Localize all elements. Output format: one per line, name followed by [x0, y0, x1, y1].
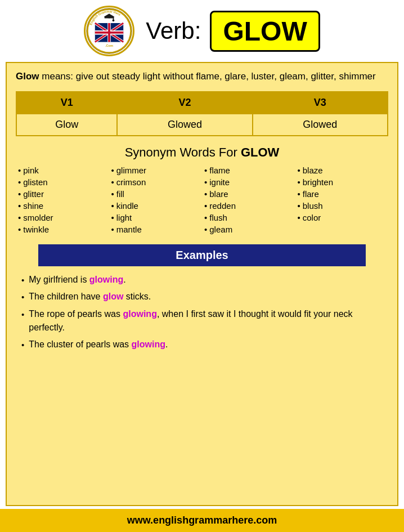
- list-item: •redden: [204, 201, 293, 211]
- synonym-title-plain: Synonym Words For: [125, 145, 241, 159]
- list-item: •gleam: [204, 225, 293, 234]
- v3-value: Glowed: [253, 114, 388, 136]
- example-text-1: My girlfriend is glowing.: [29, 273, 125, 287]
- verb-word: GLOW: [223, 16, 307, 46]
- list-item: •flare: [298, 189, 387, 199]
- v1-value: Glow: [16, 114, 117, 136]
- list-item: •glitter: [18, 189, 107, 199]
- list-item: •shine: [18, 201, 107, 211]
- svg-rect-10: [108, 23, 110, 42]
- list-item: •ignite: [204, 177, 293, 187]
- synonym-header: Synonym Words For GLOW: [16, 145, 388, 160]
- list-item: •brighten: [298, 177, 387, 187]
- svg-text:.Com: .Com: [105, 44, 113, 47]
- main-content: Glow means: give out steady light withou…: [6, 62, 398, 506]
- verb-forms-table: V1 V2 V3 Glow Glowed Glowed: [16, 91, 388, 136]
- bullet-icon: •: [21, 309, 24, 321]
- list-item: •kindle: [111, 201, 200, 211]
- footer: www.englishgrammarhere.com: [0, 509, 404, 532]
- list-item: •mantle: [111, 225, 200, 234]
- example-item-3: • The rope of pearls was glowing, when I…: [21, 307, 383, 334]
- bullet-icon: •: [21, 339, 24, 352]
- list-item: •flame: [204, 166, 293, 175]
- synonym-col-3: •flame •ignite •blare •redden •flush •gl…: [202, 166, 295, 236]
- synonym-grid: •pink •glisten •glitter •shine •smolder …: [16, 166, 388, 236]
- logo: English Grammar Here .Com: [84, 6, 134, 56]
- meaning-definition: means: give out steady light without fla…: [39, 71, 376, 82]
- examples-header: Examples: [38, 244, 366, 266]
- list-item: •flush: [204, 213, 293, 222]
- example-text-2: The children have glow sticks.: [29, 290, 151, 303]
- example-text-4: The cluster of pearls was glowing.: [29, 338, 168, 351]
- logo-svg: English Grammar Here .Com: [86, 6, 133, 56]
- example-item-4: • The cluster of pearls was glowing.: [21, 338, 383, 352]
- footer-url: www.englishgrammarhere.com: [127, 515, 277, 526]
- synonym-col-1: •pink •glisten •glitter •shine •smolder …: [16, 166, 109, 236]
- header: English Grammar Here .Com Verb: GLOW: [0, 0, 404, 62]
- verb-word-box: GLOW: [210, 11, 320, 52]
- meaning-section: Glow means: give out steady light withou…: [16, 70, 388, 83]
- synonym-col-2: •glimmer •crimson •fill •kindle •light •…: [109, 166, 203, 236]
- synonym-col-4: •blaze •brighten •flare •blush •color: [295, 166, 389, 236]
- list-item: •fill: [111, 189, 200, 199]
- meaning-word: Glow: [16, 71, 39, 82]
- v1-header: V1: [16, 92, 117, 114]
- list-item: •glimmer: [111, 166, 200, 175]
- list-item: •glisten: [18, 177, 107, 187]
- synonym-title-bold: GLOW: [241, 145, 279, 159]
- list-item: •pink: [18, 166, 107, 175]
- v2-value: Glowed: [117, 114, 252, 136]
- bullet-icon: •: [21, 291, 24, 304]
- list-item: •blaze: [298, 166, 387, 175]
- list-item: •blush: [298, 201, 387, 211]
- example-text-3: The rope of pearls was glowing, when I f…: [29, 307, 383, 334]
- list-item: •smolder: [18, 213, 107, 222]
- bullet-icon: •: [21, 274, 24, 287]
- v3-header: V3: [253, 92, 388, 114]
- example-item-1: • My girlfriend is glowing.: [21, 273, 383, 287]
- examples-list: • My girlfriend is glowing. • The childr…: [16, 273, 388, 352]
- list-item: •color: [298, 213, 387, 222]
- title-area: Verb: GLOW: [146, 11, 320, 52]
- list-item: •light: [111, 213, 200, 222]
- list-item: •blare: [204, 189, 293, 199]
- verb-label: Verb:: [146, 17, 201, 44]
- v2-header: V2: [117, 92, 252, 114]
- list-item: •twinkle: [18, 225, 107, 234]
- list-item: •crimson: [111, 177, 200, 187]
- svg-point-14: [113, 19, 115, 21]
- example-item-2: • The children have glow sticks.: [21, 290, 383, 304]
